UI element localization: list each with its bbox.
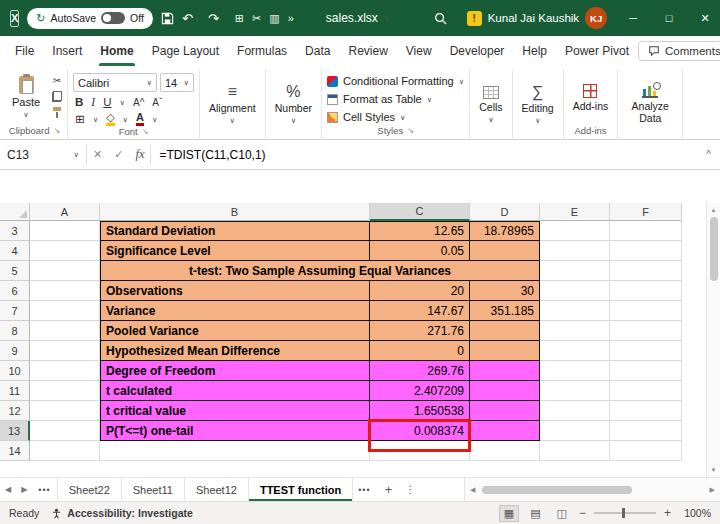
page-break-view-button[interactable]: ◫ (553, 506, 571, 521)
table-icon[interactable]: ⊞ (235, 12, 244, 25)
row-header-14[interactable]: 14 (0, 441, 30, 461)
paste-dropdown-icon[interactable]: ∨ (23, 110, 29, 119)
formula-bar-expand-icon[interactable]: ^ (697, 140, 720, 169)
cell-B4[interactable]: Significance Level (100, 241, 370, 261)
analyze-data-button[interactable]: Analyze Data (623, 70, 677, 139)
cells-button[interactable]: Cells ∨ (475, 70, 506, 139)
cell-A9[interactable] (30, 341, 100, 361)
cell-C14[interactable] (370, 441, 470, 461)
enter-icon[interactable]: ✓ (108, 140, 129, 169)
cell-C6[interactable]: 20 (370, 281, 470, 301)
ribbon-tab-data[interactable]: Data (296, 36, 339, 66)
undo-button[interactable]: ↶∨ (182, 12, 200, 25)
ribbon-tab-home[interactable]: Home (91, 36, 142, 66)
bold-button[interactable]: B (75, 96, 83, 108)
cell-A4[interactable] (30, 241, 100, 261)
cell-C4[interactable]: 0.05 (370, 241, 470, 261)
horizontal-scroll-thumb[interactable] (482, 486, 632, 494)
cell-B9[interactable]: Hypothesized Mean Difference (100, 341, 370, 361)
cell-A3[interactable] (30, 221, 100, 241)
cut-icon[interactable]: ✂ (53, 75, 61, 86)
sheet-tab-sheet22[interactable]: Sheet22 (57, 478, 122, 501)
row-header-8[interactable]: 8 (0, 321, 30, 341)
font-size-select[interactable]: 14∨ (160, 73, 194, 92)
increase-font-button[interactable]: A^ (133, 97, 144, 108)
cell-D12[interactable] (470, 401, 540, 421)
cut-quick-icon[interactable]: ✂ (252, 12, 261, 25)
cell-E12[interactable] (540, 401, 610, 421)
underline-button[interactable]: U (103, 96, 111, 108)
cell-E14[interactable] (540, 441, 610, 461)
format-as-table-button[interactable]: Format as Table ∨ (327, 91, 464, 107)
row-header-9[interactable]: 9 (0, 341, 30, 361)
sheet-tab-sheet12[interactable]: Sheet12 (184, 478, 249, 501)
copy-icon[interactable] (52, 91, 62, 102)
cell-E6[interactable] (540, 281, 610, 301)
cell-F7[interactable] (610, 301, 682, 321)
cell-C8[interactable]: 271.76 (370, 321, 470, 341)
cell-A10[interactable] (30, 361, 100, 381)
cell-D8[interactable] (470, 321, 540, 341)
scroll-down-icon[interactable]: ▼ (711, 465, 717, 477)
cell-C12[interactable]: 1.650538 (370, 401, 470, 421)
cell-F9[interactable] (610, 341, 682, 361)
cell-E5[interactable] (540, 261, 610, 281)
cell-D9[interactable] (470, 341, 540, 361)
cell-B5-merged[interactable]: t-test: Two Sample Assuming Equal Varian… (100, 261, 540, 281)
ribbon-tab-file[interactable]: File (6, 36, 43, 66)
close-button[interactable]: ✕ (687, 0, 720, 36)
name-box[interactable]: C13 ∨ (0, 140, 86, 169)
sheet-nav-left-icon[interactable]: ◀ (0, 478, 16, 501)
comments-button[interactable]: Comments (638, 41, 720, 61)
formula-input[interactable]: =TDIST(C11,C10,1) (151, 140, 697, 169)
fill-color-button[interactable]: ◇ (106, 112, 114, 126)
cell-F5[interactable] (610, 261, 682, 281)
more-sheets-right-button[interactable]: ••• (352, 478, 376, 501)
new-sheet-button[interactable]: + (377, 478, 401, 501)
font-dialog-launcher-icon[interactable]: ↘ (142, 127, 149, 136)
maximize-button[interactable]: □ (651, 0, 687, 36)
number-button[interactable]: % Number ∨ (271, 70, 316, 139)
cell-B13[interactable]: P(T<=t) one-tail (100, 421, 370, 441)
ribbon-tab-page-layout[interactable]: Page Layout (143, 36, 228, 66)
row-header-7[interactable]: 7 (0, 301, 30, 321)
alignment-button[interactable]: ≡ Alignment ∨ (205, 70, 260, 139)
autosave-toggle[interactable]: ↻ AutoSave Off (27, 8, 153, 29)
cell-E11[interactable] (540, 381, 610, 401)
cell-C9[interactable]: 0 (370, 341, 470, 361)
cell-F3[interactable] (610, 221, 682, 241)
cell-B10[interactable]: Degree of Freedom (100, 361, 370, 381)
cell-F13[interactable] (610, 421, 682, 441)
cell-B12[interactable]: t critical value (100, 401, 370, 421)
font-color-button[interactable]: A (136, 112, 144, 126)
column-header-A[interactable]: A (30, 203, 100, 221)
cell-A14[interactable] (30, 441, 100, 461)
row-header-4[interactable]: 4 (0, 241, 30, 261)
hscroll-right-icon[interactable]: ▶ (705, 486, 720, 494)
column-header-B[interactable]: B (100, 203, 370, 221)
notification-icon[interactable]: ! (467, 11, 482, 26)
row-header-13[interactable]: 13 (0, 421, 30, 441)
cell-B6[interactable]: Observations (100, 281, 370, 301)
ribbon-tab-developer[interactable]: Developer (441, 36, 514, 66)
autosave-switch[interactable] (101, 12, 125, 24)
cancel-icon[interactable]: ✕ (87, 140, 108, 169)
cell-C11[interactable]: 2.407209 (370, 381, 470, 401)
more-sheets-left-button[interactable]: ••• (32, 478, 56, 501)
row-header-5[interactable]: 5 (0, 261, 30, 281)
select-all-corner[interactable] (0, 203, 30, 221)
cell-B14[interactable] (100, 441, 370, 461)
page-layout-view-button[interactable]: ▤ (526, 506, 544, 521)
cell-C10[interactable]: 269.76 (370, 361, 470, 381)
cell-B7[interactable]: Variance (100, 301, 370, 321)
italic-button[interactable]: I (91, 96, 95, 108)
cell-B3[interactable]: Standard Deviation (100, 221, 370, 241)
hscroll-left-icon[interactable]: ◀ (465, 486, 480, 494)
cell-D10[interactable] (470, 361, 540, 381)
row-header-10[interactable]: 10 (0, 361, 30, 381)
cell-E13[interactable] (540, 421, 610, 441)
cell-E10[interactable] (540, 361, 610, 381)
column-header-D[interactable]: D (470, 203, 540, 221)
more-commands-icon[interactable]: » (288, 12, 294, 24)
cell-E4[interactable] (540, 241, 610, 261)
